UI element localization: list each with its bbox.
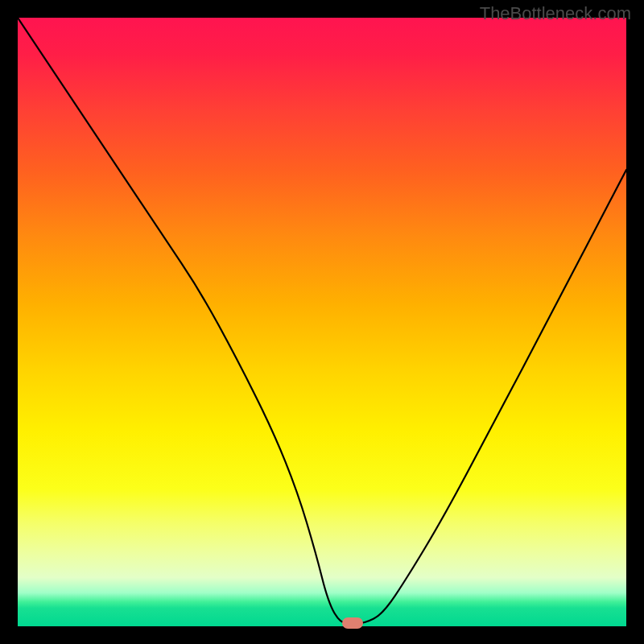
watermark-text: TheBottleneck.com (480, 3, 631, 24)
chart-plot-area (18, 18, 626, 626)
optimal-point-marker (342, 617, 363, 629)
bottleneck-curve (18, 18, 626, 626)
